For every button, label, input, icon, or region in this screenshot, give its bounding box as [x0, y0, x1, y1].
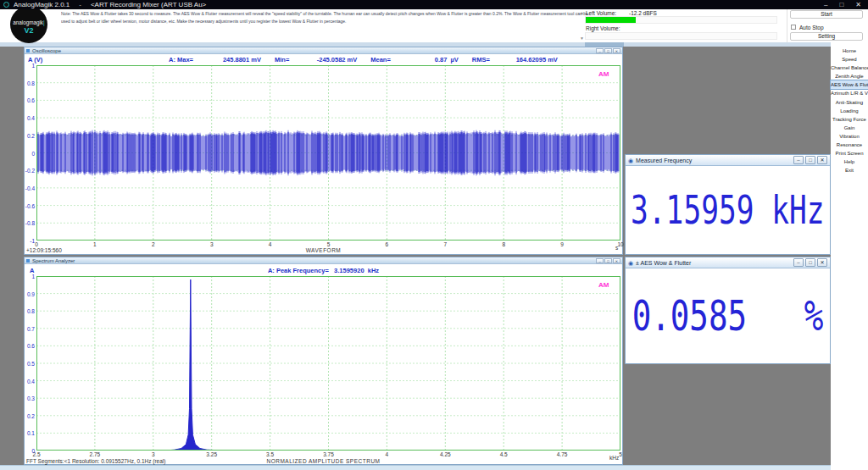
- y-tick-label: 0.6: [24, 343, 35, 349]
- x-tick-label: 3: [210, 241, 214, 247]
- sidebar-item-resonance[interactable]: Resonance: [831, 141, 868, 149]
- oscilloscope-minimize-button[interactable]: –: [596, 48, 604, 53]
- left-volume-fill: [586, 17, 636, 23]
- waveform-canvas: [36, 65, 620, 241]
- sidebar-menu: HomeSpeedChannel BalanceZenith AngleAES …: [831, 42, 868, 470]
- y-tick-label: 1: [24, 63, 35, 69]
- left-volume-value: -12.2 dBFS: [629, 10, 657, 16]
- note-scroll-up-icon[interactable]: ▲: [580, 10, 584, 15]
- measured-frequency-close-button[interactable]: ✕: [817, 156, 827, 164]
- spectrum-minimize-button[interactable]: –: [596, 258, 604, 263]
- app-subtitle: <ART Recording Mixer (ART USB Au>: [91, 1, 206, 8]
- y-tick-label: -0.8: [24, 220, 35, 226]
- x-tick-label: 5: [327, 241, 331, 247]
- bottom-horizontal-scrollbar[interactable]: [0, 465, 831, 470]
- x-tick-label: 10: [617, 241, 623, 247]
- sidebar-item-zenith-angle[interactable]: Zenith Angle: [831, 72, 868, 80]
- x-tick-label: 3.25: [206, 451, 217, 457]
- spectrum-peak-header: A: Peak Frequency= 3.1595920 kHz: [25, 267, 622, 274]
- oscilloscope-stats: A: Max=245.8801 mVMin=-245.0582 mVMean=0…: [169, 56, 571, 64]
- sidebar-item-vibration[interactable]: Vibration: [831, 132, 868, 141]
- sidebar-item-tracking-force[interactable]: Tracking Force: [831, 115, 868, 124]
- right-volume-label: Right Volume:: [586, 25, 620, 31]
- y-tick-label: -0.2: [24, 168, 35, 174]
- auto-stop-label: Auto Stop: [799, 25, 824, 30]
- y-tick-label: -0.6: [24, 202, 35, 208]
- auto-stop-checkbox[interactable]: [791, 25, 796, 30]
- measured-frequency-titlebar[interactable]: ◉ Measured Frequency – □ ✕: [626, 155, 830, 166]
- y-tick-label: 0.3: [24, 395, 35, 401]
- spectrum-close-button[interactable]: ✕: [613, 258, 620, 263]
- y-tick-label: 0.5: [24, 361, 35, 367]
- app-title: AnalogMagik 2.0.1: [14, 1, 70, 8]
- x-tick-label: 4.5: [500, 451, 508, 457]
- x-tick-label: 6: [386, 241, 389, 247]
- setting-button[interactable]: Setting: [790, 32, 863, 41]
- measured-frequency-maximize-button[interactable]: □: [805, 156, 815, 164]
- waveform-label: WAVEFORM: [25, 247, 622, 253]
- stat-value: -245.0582 mV: [292, 56, 357, 64]
- y-tick-label: 0.7: [24, 325, 35, 331]
- x-tick-label: 1: [93, 241, 97, 247]
- sidebar-item-gain[interactable]: Gain: [831, 124, 868, 132]
- stat-value: 245.8801 mV: [197, 56, 261, 64]
- measured-frequency-value: 3.15959 kHz: [631, 187, 824, 233]
- stat-label: RMS=: [472, 56, 490, 64]
- start-button[interactable]: Start: [790, 10, 863, 19]
- note-line-1: Note: The AES Wow & Flutter takes 30 sec…: [61, 10, 576, 18]
- spectrum-window-icon: [26, 259, 30, 263]
- measured-frequency-window-icon: ◉: [628, 158, 633, 163]
- oscilloscope-title: Oscilloscope: [32, 48, 61, 53]
- y-tick-label: 0: [24, 150, 35, 156]
- y-tick-label: 0.6: [24, 97, 35, 103]
- sidebar-item-exit[interactable]: Exit: [831, 166, 868, 174]
- y-tick-label: 0.4: [24, 378, 35, 384]
- header-divider: [787, 9, 787, 42]
- wow-flutter-window-icon: ◉: [628, 260, 633, 266]
- spectrum-titlebar[interactable]: Spectrum Analyzer – □ ✕: [25, 257, 622, 264]
- x-tick-label: 4.75: [557, 451, 568, 457]
- sidebar-item-aes-wow-flutter[interactable]: AES Wow & Flutter: [831, 80, 868, 89]
- close-button[interactable]: ✕: [855, 1, 861, 8]
- stat-label: A: Max=: [169, 56, 193, 64]
- y-tick-label: 0.4: [24, 115, 35, 121]
- sidebar-item-loading[interactable]: Loading: [831, 107, 868, 115]
- stat-label: Mean=: [370, 56, 391, 64]
- sidebar-item-speed[interactable]: Speed: [831, 55, 868, 64]
- wow-flutter-close-button[interactable]: ✕: [817, 258, 827, 267]
- maximize-button[interactable]: □: [839, 1, 843, 8]
- y-tick-label: 0.2: [24, 412, 35, 418]
- y-tick-label: 0.1: [24, 430, 35, 436]
- sidebar-item-channel-balance[interactable]: Channel Balance: [831, 64, 868, 72]
- sidebar-item-home[interactable]: Home: [831, 47, 868, 55]
- spectrum-analyzer-window: Spectrum Analyzer – □ ✕ A A: Peak Freque…: [24, 257, 623, 465]
- measured-frequency-title: Measured Frequency: [636, 158, 692, 163]
- app-titlebar[interactable]: AnalogMagik 2.0.1 - <ART Recording Mixer…: [0, 0, 868, 9]
- stat-value: 0.87 µV: [394, 56, 459, 64]
- sidebar-item-help[interactable]: Help: [831, 158, 868, 166]
- measured-frequency-minimize-button[interactable]: –: [793, 156, 804, 164]
- y-tick-label: 0.2: [24, 132, 35, 138]
- y-tick-label: 0: [24, 448, 35, 454]
- x-tick-label: 3.75: [323, 451, 334, 457]
- oscilloscope-titlebar[interactable]: Oscilloscope – □ ✕: [25, 47, 622, 54]
- sidebar-item-anti-skating[interactable]: Anti-Skating: [831, 98, 868, 107]
- wow-flutter-title: ± AES Wow & Flutter: [636, 260, 691, 266]
- title-separator: -: [79, 1, 81, 8]
- minimize-button[interactable]: –: [824, 1, 827, 8]
- x-tick-label: 2.75: [90, 451, 101, 457]
- wow-flutter-titlebar[interactable]: ◉ ± AES Wow & Flutter – □ ✕: [626, 257, 830, 268]
- spectrum-maximize-button[interactable]: □: [604, 258, 612, 263]
- y-tick-label: 0.9: [24, 290, 35, 296]
- x-tick-label: 0: [35, 241, 38, 247]
- sidebar-item-azimuth-l-r-vta[interactable]: Azimuth L/R & VTA: [831, 89, 868, 97]
- oscilloscope-maximize-button[interactable]: □: [604, 48, 612, 53]
- x-tick-label: 4: [269, 241, 272, 247]
- wow-flutter-maximize-button[interactable]: □: [805, 258, 815, 267]
- oscilloscope-close-button[interactable]: ✕: [613, 48, 620, 53]
- spectrum-title: Spectrum Analyzer: [32, 258, 75, 263]
- wow-flutter-minimize-button[interactable]: –: [793, 258, 804, 267]
- note-scroll-down-icon[interactable]: ▼: [580, 36, 584, 41]
- y-tick-label: 0.8: [24, 80, 35, 86]
- sidebar-item-print-screen[interactable]: Print Screen: [831, 149, 868, 158]
